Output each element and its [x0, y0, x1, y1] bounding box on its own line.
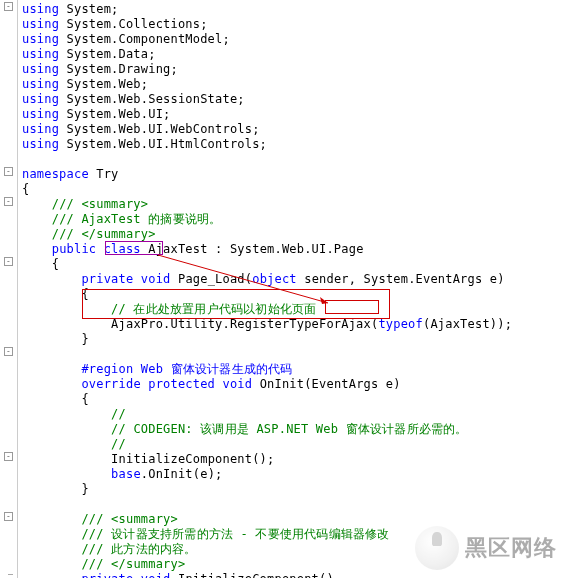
ajax-register-call: AjaxPro.Utility.RegisterTypeForAjax(: [111, 317, 378, 331]
call-initcomponent: InitializeComponent();: [111, 452, 274, 466]
keyword-class: public class: [52, 242, 141, 256]
oninit-args: (EventArgs e): [304, 377, 401, 391]
pageload-args: sender, System.EventArgs e): [297, 272, 505, 286]
kw-override: override protected void: [81, 377, 252, 391]
method-initcomponent: InitializeComponent: [178, 572, 319, 578]
kw-object: object: [252, 272, 297, 286]
initcomp-args: (): [319, 572, 334, 578]
comment-blank2: //: [111, 437, 126, 451]
comment-init: // 在此处放置用户代码以初始化页面: [111, 302, 316, 316]
xml-summary2-l1: /// 设计器支持所需的方法 - 不要使用代码编辑器修改: [81, 527, 389, 541]
keyword-namespace: namespace: [22, 167, 89, 181]
kw-typeof: typeof: [378, 317, 423, 331]
fold-usings[interactable]: -: [4, 2, 13, 11]
xml-summary2-l2: /// 此方法的内容。: [81, 542, 196, 556]
fold-initcomp[interactable]: -: [4, 512, 13, 521]
region-start: #region Web 窗体设计器生成的代码: [81, 362, 292, 376]
typeof-close: ));: [490, 317, 512, 331]
base-oninit: .OnInit(e);: [141, 467, 223, 481]
kw-base: base: [111, 467, 141, 481]
fold-summary1[interactable]: -: [4, 197, 13, 206]
code-area[interactable]: using System; using System.Collections; …: [22, 2, 512, 578]
comment-blank1: //: [111, 407, 126, 421]
fold-pageload[interactable]: -: [4, 257, 13, 266]
method-pageload: Page_Load: [178, 272, 245, 286]
xml-summary-body: /// AjaxTest 的摘要说明。: [52, 212, 222, 226]
xml-summary-close: /// </summary>: [52, 227, 156, 241]
fold-namespace[interactable]: -: [4, 167, 13, 176]
namespace-name: Try: [96, 167, 118, 181]
fold-oninit[interactable]: -: [4, 347, 13, 356]
xml-summary-open: /// <summary>: [52, 197, 149, 211]
xml-summary2-open: /// <summary>: [81, 512, 178, 526]
xml-summary2-close: /// </summary>: [81, 557, 185, 571]
comment-codegen: // CODEGEN: 该调用是 ASP.NET Web 窗体设计器所必需的。: [111, 422, 467, 436]
fold-summary2[interactable]: -: [4, 452, 13, 461]
method-oninit: OnInit: [260, 377, 305, 391]
class-inherit: : System.Web.UI.Page: [208, 242, 364, 256]
fold-gutter: - - - - - - -: [0, 0, 18, 578]
class-name: AjaxTest: [148, 242, 207, 256]
kw-private-void: private void: [81, 272, 170, 286]
typeof-target: AjaxTest: [430, 317, 489, 331]
fold-end-dash: [8, 574, 13, 575]
kw-private-void2: private void: [81, 572, 170, 578]
